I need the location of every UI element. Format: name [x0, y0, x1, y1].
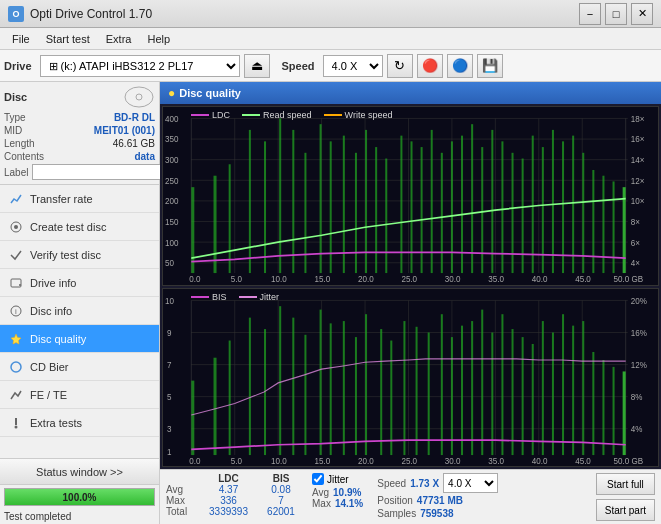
start-buttons: Start full Start part [596, 473, 655, 521]
svg-rect-44 [375, 147, 377, 273]
svg-text:45.0: 45.0 [575, 274, 591, 285]
svg-rect-53 [471, 124, 473, 273]
legend-write-line [324, 114, 342, 116]
jitter-avg-label: Avg [312, 487, 329, 498]
nav-extra-tests[interactable]: Extra tests [0, 409, 159, 437]
start-full-button[interactable]: Start full [596, 473, 655, 495]
nav-create-test-disc[interactable]: Create test disc [0, 213, 159, 241]
svg-rect-47 [411, 141, 413, 273]
drive-select[interactable]: ⊞ (k:) ATAPI iHBS312 2 PL17 [40, 55, 240, 77]
svg-rect-114 [229, 340, 231, 455]
speed-select[interactable]: 4.0 X [323, 55, 383, 77]
svg-rect-124 [365, 314, 367, 455]
maximize-button[interactable]: □ [605, 3, 627, 25]
charts-area: LDC Read speed Write speed [160, 104, 661, 469]
speed-label: Speed [282, 60, 315, 72]
nav-fe-te-label: FE / TE [30, 389, 67, 401]
svg-text:350: 350 [165, 134, 179, 145]
menu-extra[interactable]: Extra [98, 31, 140, 47]
legend-read-line [242, 114, 260, 116]
settings-button1[interactable]: 🔴 [417, 54, 443, 78]
nav-transfer-rate[interactable]: Transfer rate [0, 185, 159, 213]
svg-rect-113 [214, 357, 217, 454]
svg-text:9: 9 [167, 327, 172, 338]
svg-text:50: 50 [165, 258, 174, 269]
svg-text:300: 300 [165, 155, 179, 166]
disc-quality-icon [8, 331, 24, 347]
legend-bis-label: BIS [212, 292, 227, 302]
svg-text:12×: 12× [631, 175, 645, 186]
svg-rect-58 [522, 159, 524, 274]
speed-stat-select[interactable]: 4.0 X [443, 473, 498, 493]
chart2-svg: 10 9 7 5 3 1 20% 16% 12% 8% 4% 0.0 5.0 1… [163, 289, 658, 467]
svg-text:7: 7 [167, 359, 172, 370]
svg-rect-136 [501, 314, 503, 455]
svg-text:0.0: 0.0 [189, 274, 200, 285]
svg-rect-142 [562, 314, 564, 455]
svg-rect-10 [15, 418, 17, 425]
svg-rect-42 [355, 153, 357, 273]
svg-point-0 [125, 87, 153, 107]
svg-text:i: i [15, 307, 17, 316]
svg-text:30.0: 30.0 [445, 455, 461, 466]
stats-max-bis: 7 [256, 495, 306, 506]
settings-button2[interactable]: 🔵 [447, 54, 473, 78]
position-label: Position [377, 495, 413, 506]
svg-rect-115 [249, 317, 251, 454]
nav-disc-quality[interactable]: Disc quality [0, 325, 159, 353]
chart-header-icon: ● [168, 86, 175, 100]
start-part-button[interactable]: Start part [596, 499, 655, 521]
close-button[interactable]: ✕ [631, 3, 653, 25]
menu-file[interactable]: File [4, 31, 38, 47]
svg-rect-144 [582, 321, 584, 455]
eject-button[interactable]: ⏏ [244, 54, 270, 78]
svg-text:40.0: 40.0 [532, 274, 548, 285]
svg-rect-34 [249, 130, 251, 273]
svg-text:10.0: 10.0 [271, 274, 287, 285]
minimize-button[interactable]: − [579, 3, 601, 25]
refresh-button[interactable]: ↻ [387, 54, 413, 78]
svg-rect-147 [613, 366, 615, 454]
status-window-button[interactable]: Status window >> [0, 459, 159, 485]
svg-rect-143 [572, 325, 574, 454]
nav-disc-info[interactable]: i Disc info [0, 297, 159, 325]
svg-rect-62 [562, 141, 564, 273]
svg-point-1 [136, 94, 142, 100]
stats-avg-ldc: 4.37 [201, 484, 256, 495]
disc-icon [123, 86, 155, 108]
progress-bar-container: 100.0% [4, 488, 155, 506]
svg-text:100: 100 [165, 237, 179, 248]
label-input[interactable] [32, 164, 165, 180]
svg-text:10: 10 [165, 295, 174, 306]
stats-col-ldc: LDC [201, 473, 256, 484]
stats-total-bis: 62001 [256, 506, 306, 517]
svg-point-11 [15, 425, 18, 428]
jitter-checkbox[interactable] [312, 473, 324, 485]
nav-fe-te[interactable]: FE / TE [0, 381, 159, 409]
left-panel: Disc Type BD-R DL MID MEIT01 (001) Lengt… [0, 82, 160, 524]
jitter-max-label: Max [312, 498, 331, 509]
menu-help[interactable]: Help [139, 31, 178, 47]
svg-rect-125 [380, 329, 382, 455]
stats-table: LDC BIS Avg 4.37 0.08 Max 336 [166, 473, 306, 517]
app-icon: O [8, 6, 24, 22]
legend-read-label: Read speed [263, 110, 312, 120]
svg-rect-68 [623, 187, 626, 273]
verify-test-disc-icon [8, 247, 24, 263]
svg-rect-59 [532, 136, 534, 273]
svg-text:16×: 16× [631, 134, 645, 145]
svg-rect-118 [292, 317, 294, 454]
svg-text:6×: 6× [631, 237, 640, 248]
drive-info-icon [8, 275, 24, 291]
nav-cd-bier[interactable]: CD Bier [0, 353, 159, 381]
svg-marker-8 [11, 334, 21, 344]
svg-text:0.0: 0.0 [189, 455, 200, 466]
disc-section: Disc Type BD-R DL MID MEIT01 (001) Lengt… [0, 82, 159, 185]
save-button[interactable]: 💾 [477, 54, 503, 78]
menu-start-test[interactable]: Start test [38, 31, 98, 47]
jitter-section: Jitter Avg 10.9% Max 14.1% [312, 473, 363, 509]
nav-verify-test-disc[interactable]: Verify test disc [0, 241, 159, 269]
nav-drive-info[interactable]: Drive info [0, 269, 159, 297]
legend-jitter-label: Jitter [260, 292, 280, 302]
menu-bar: File Start test Extra Help [0, 28, 661, 50]
